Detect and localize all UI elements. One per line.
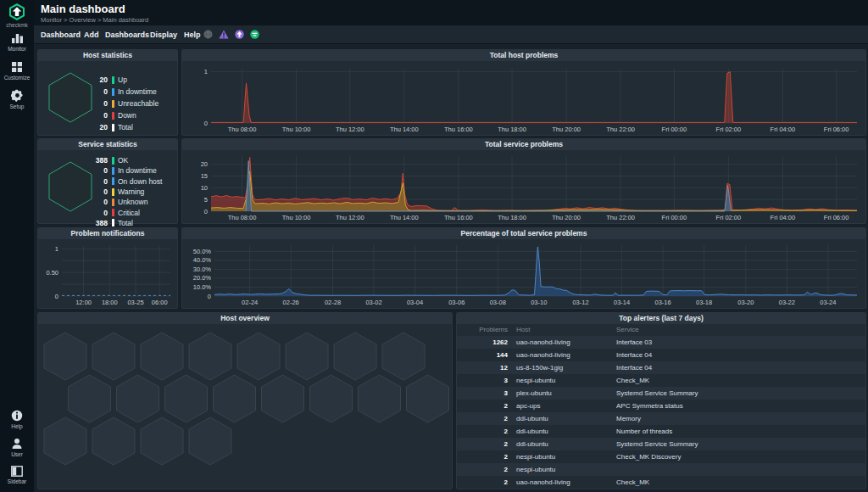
host-hexagon[interactable]: [237, 333, 280, 380]
sidebar-item-customize[interactable]: Customize: [0, 61, 34, 81]
host-hexagon[interactable]: [359, 375, 401, 422]
stat-row-on-down-host[interactable]: 0On down host: [79, 176, 170, 187]
menu-item-help[interactable]: Help: [184, 25, 201, 44]
sidebar-item-monitor[interactable]: Monitor: [0, 32, 34, 52]
checkmk-logo[interactable]: checkmk: [0, 3, 34, 28]
problem-notifications-chart[interactable]: 10.50012:0018:0003-2506:00: [38, 239, 175, 307]
user-icon: [11, 438, 23, 450]
total-service-problems-chart[interactable]: 20151050Thu 08:00Thu 10:00Thu 12:00Thu 1…: [182, 150, 864, 222]
table-row[interactable]: 3plex-ubuntuSystemd Service Summary: [457, 387, 865, 400]
warning-triangle-icon[interactable]: [219, 30, 229, 39]
table-row[interactable]: 3nespi-ubuntuCheck_MK: [457, 374, 865, 387]
menu-item-add[interactable]: Add: [84, 25, 99, 44]
host-hexagon[interactable]: [69, 375, 111, 422]
host-hexagon[interactable]: [286, 333, 328, 380]
host-hexagon[interactable]: [141, 333, 183, 380]
table-row[interactable]: 1262uao-nanohd-livingInterface 03: [457, 336, 865, 349]
cell-service[interactable]: Check_MK Discovery: [609, 450, 865, 463]
cell-service[interactable]: Number of threads: [609, 425, 865, 438]
cell-host[interactable]: ddl-ubuntu: [509, 425, 609, 438]
svg-text:5: 5: [204, 196, 208, 204]
svg-text:03-06: 03-06: [448, 299, 465, 306]
stat-row-up[interactable]: 20Up: [79, 74, 170, 86]
table-row[interactable]: 2uao-nanohd-livingCheck_MK: [457, 476, 865, 489]
cell-service[interactable]: Systemd Service Summary: [609, 438, 865, 450]
sidebar-item-user[interactable]: User: [0, 438, 34, 457]
cell-host[interactable]: nespi-ubuntu: [509, 450, 609, 463]
stat-row-unreachable[interactable]: 0Unreachable: [79, 98, 170, 109]
table-row[interactable]: 2apc-upsAPC Symmetra status: [457, 400, 865, 412]
cell-service[interactable]: APC Symmetra status: [609, 400, 865, 412]
host-hexagon[interactable]: [44, 417, 86, 465]
breadcrumb[interactable]: Monitor > Overview > Main dashboard: [41, 16, 148, 24]
update-arrow-icon[interactable]: [235, 30, 244, 39]
host-hexagon[interactable]: [189, 333, 231, 380]
table-row[interactable]: 2ddl-ubuntuSystemd Service Summary: [457, 438, 865, 450]
menu-item-display[interactable]: Display: [150, 25, 177, 44]
host-hexagon[interactable]: [310, 375, 353, 422]
cell-host[interactable]: ddl-ubuntu: [509, 412, 609, 425]
host-hexagon[interactable]: [141, 417, 183, 465]
host-hexagon[interactable]: [165, 375, 208, 422]
host-hexagon[interactable]: [92, 417, 135, 465]
sidebar-item-sidebar[interactable]: Sidebar: [0, 466, 34, 484]
cell-service[interactable]: Check_MK: [609, 476, 865, 489]
host-hexagon[interactable]: [334, 333, 376, 380]
stat-row-warning[interactable]: 0Warning: [79, 187, 170, 197]
cell-host[interactable]: ddl-ubuntu: [509, 438, 609, 450]
percentage-service-problems-chart[interactable]: 50.0%40.0%30.0%20.0%10.0%002-2402-2602-2…: [182, 239, 864, 307]
table-row[interactable]: 2nespi-ubuntuCheck_MK Discovery: [457, 450, 865, 463]
cell-service[interactable]: Systemd Service Summary: [609, 387, 865, 400]
cell-service[interactable]: [609, 463, 865, 476]
cell-problems: 2: [457, 463, 509, 476]
cell-host[interactable]: apc-ups: [509, 400, 609, 412]
column-header-service[interactable]: Service: [609, 324, 865, 336]
stat-row-in-downtime[interactable]: 0In downtime: [79, 86, 170, 98]
host-hexagon[interactable]: [117, 375, 159, 422]
column-header-problems[interactable]: Problems: [457, 324, 509, 336]
menu-item-dashboard[interactable]: Dashboard: [41, 25, 81, 44]
cell-service[interactable]: Interface 03: [609, 336, 865, 349]
menu-item-dashboards[interactable]: Dashboards: [105, 25, 149, 44]
host-hexagon[interactable]: [382, 333, 425, 380]
stat-label: Unreachable: [118, 99, 170, 108]
cell-host[interactable]: uao-nanohd-living: [509, 336, 609, 349]
host-hexagon[interactable]: [214, 375, 256, 422]
cell-service[interactable]: Interface 04: [609, 349, 865, 361]
sidebar-item-help[interactable]: Help: [0, 410, 34, 429]
stat-row-total[interactable]: 20Total: [79, 121, 170, 133]
host-overview-hexgrid[interactable]: [38, 324, 452, 489]
table-row[interactable]: 12us-8-150w-1gigInterface 04: [457, 361, 865, 374]
cell-service[interactable]: Check_MK: [609, 374, 865, 387]
host-hexagon[interactable]: [262, 375, 304, 422]
stat-row-in-downtime[interactable]: 0In downtime: [79, 165, 170, 176]
stat-row-unknown[interactable]: 0Unknown: [79, 197, 170, 207]
sidebar-item-setup[interactable]: Setup: [0, 89, 34, 109]
stat-row-critical[interactable]: 0Critical: [79, 207, 170, 217]
table-row[interactable]: 144uao-nanohd-livingInterface 04: [457, 349, 865, 361]
table-row[interactable]: 2nespi-ubuntu: [457, 463, 865, 476]
host-hexagon[interactable]: [189, 417, 231, 465]
panel-host-overview: Host overview: [37, 312, 453, 489]
globe-icon[interactable]: [203, 30, 213, 39]
cell-service[interactable]: Interface 04: [609, 361, 865, 374]
cell-host[interactable]: plex-ubuntu: [509, 387, 609, 400]
cell-host[interactable]: uao-nanohd-living: [509, 349, 609, 361]
cell-host[interactable]: us-8-150w-1gig: [509, 361, 609, 374]
cell-host[interactable]: uao-nanohd-living: [509, 476, 609, 489]
stat-row-down[interactable]: 0Down: [79, 109, 170, 121]
cell-service[interactable]: Memory: [609, 412, 865, 425]
cell-host[interactable]: nespi-ubuntu: [509, 463, 609, 476]
table-row[interactable]: 2ddl-ubuntuMemory: [457, 412, 865, 425]
filter-icon[interactable]: [250, 30, 259, 39]
stat-row-ok[interactable]: 388OK: [79, 155, 170, 165]
stat-value: 0: [79, 166, 108, 175]
host-hexagon[interactable]: [44, 333, 86, 380]
column-header-host[interactable]: Host: [509, 324, 609, 336]
host-hexagon[interactable]: [92, 333, 135, 380]
table-row[interactable]: 2ddl-ubuntuNumber of threads: [457, 425, 865, 438]
total-host-problems-chart[interactable]: 10Thu 08:00Thu 10:00Thu 12:00Thu 14:00Th…: [182, 61, 864, 134]
host-hexagon[interactable]: [407, 375, 449, 422]
cell-host[interactable]: nespi-ubuntu: [509, 374, 609, 387]
svg-text:03-18: 03-18: [696, 299, 712, 306]
